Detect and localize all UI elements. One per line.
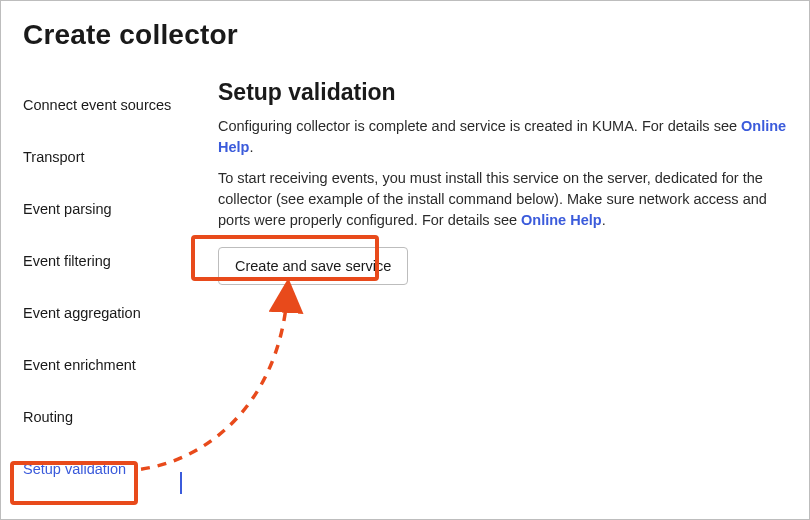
sidebar-item-label: Event parsing [23, 201, 112, 217]
sidebar-item-label: Setup validation [23, 461, 126, 477]
sidebar-item-label: Routing [23, 409, 73, 425]
main-heading: Setup validation [218, 79, 787, 106]
create-and-save-service-button[interactable]: Create and save service [218, 247, 408, 285]
para2-pre: To start receiving events, you must inst… [218, 170, 767, 228]
sidebar-item-label: Event enrichment [23, 357, 136, 373]
description-paragraph-1: Configuring collector is complete and se… [218, 116, 787, 158]
para1-pre: Configuring collector is complete and se… [218, 118, 741, 134]
main-panel: Setup validation Configuring collector i… [198, 79, 787, 495]
sidebar-item-event-enrichment[interactable]: Event enrichment [23, 339, 198, 391]
wizard-steps-sidebar: Connect event sources Transport Event pa… [23, 79, 198, 495]
sidebar-item-routing[interactable]: Routing [23, 391, 198, 443]
online-help-link[interactable]: Online Help [521, 212, 602, 228]
page-title: Create collector [1, 1, 809, 79]
para2-post: . [602, 212, 606, 228]
sidebar-item-event-filtering[interactable]: Event filtering [23, 235, 198, 287]
sidebar-item-label: Connect event sources [23, 97, 171, 113]
sidebar-item-label: Event filtering [23, 253, 111, 269]
description-paragraph-2: To start receiving events, you must inst… [218, 168, 787, 231]
sidebar-item-label: Event aggregation [23, 305, 141, 321]
sidebar-item-connect-event-sources[interactable]: Connect event sources [23, 79, 198, 131]
sidebar-item-event-parsing[interactable]: Event parsing [23, 183, 198, 235]
sidebar-item-event-aggregation[interactable]: Event aggregation [23, 287, 198, 339]
sidebar-item-transport[interactable]: Transport [23, 131, 198, 183]
sidebar-item-label: Transport [23, 149, 85, 165]
sidebar-item-setup-validation[interactable]: Setup validation [23, 443, 198, 495]
para1-post: . [249, 139, 253, 155]
